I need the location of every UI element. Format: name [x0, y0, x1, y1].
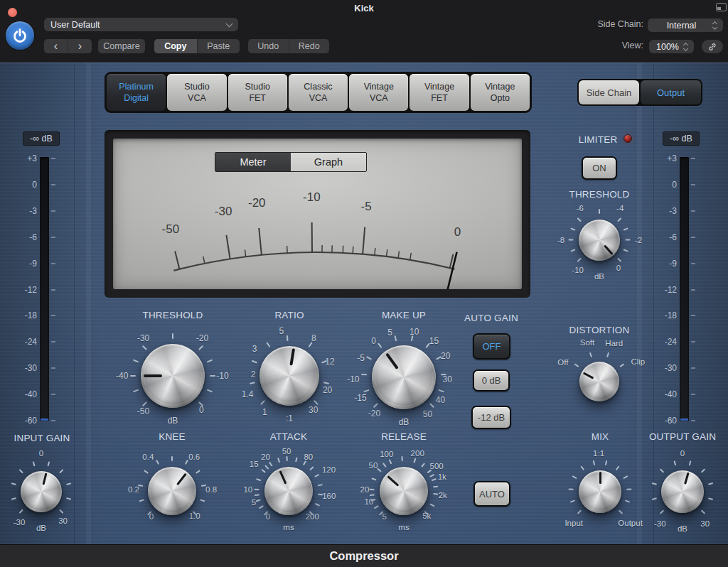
auto-gain-minus12db-button[interactable]: -12 dB	[471, 406, 511, 429]
distortion-title: DISTORTION	[569, 325, 630, 335]
meter-scale-label: 0	[672, 180, 677, 190]
knob-scale-label: 10	[243, 485, 252, 494]
window-close-button[interactable]	[8, 8, 17, 17]
compare-button[interactable]: Compare	[98, 39, 145, 53]
meter-scale-label: 0	[32, 180, 37, 190]
meter-scale-label: -40	[665, 389, 677, 399]
knob-pointer	[599, 472, 601, 484]
vu-minor-tick	[287, 246, 288, 253]
auto-gain-0db-button[interactable]: 0 dB	[473, 369, 510, 392]
tab-meter[interactable]: Meter	[215, 153, 291, 171]
output-level-meter: +30-3-6-9-12-18-24-30-40-60	[650, 153, 700, 425]
meter-scale-label: -24	[665, 337, 677, 347]
vu-minor-tick	[410, 253, 412, 260]
preset-nav: ‹ ›	[44, 39, 92, 53]
side-chain-select[interactable]: Internal	[648, 18, 723, 32]
knob-tick	[171, 456, 173, 461]
knob-scale-label: 50	[369, 461, 378, 470]
meter-scale-label: -30	[25, 363, 37, 373]
link-button[interactable]	[702, 40, 723, 53]
knob-face	[661, 470, 704, 513]
knob-tick	[569, 488, 574, 490]
knob-scale-label: 10	[364, 497, 373, 506]
tab-graph[interactable]: Graph	[291, 153, 366, 171]
auto-gain-off-button[interactable]: OFF	[473, 333, 510, 360]
preset-forward-button[interactable]: ›	[68, 39, 92, 53]
knob-scale-label: 5	[387, 328, 392, 338]
paste-button[interactable]: Paste	[197, 39, 240, 53]
vu-scale-label: 0	[454, 225, 461, 239]
knob-unit-label: :1	[286, 414, 293, 423]
knob-scale-label: -10	[572, 266, 584, 274]
ratio-title: RATIO	[274, 310, 304, 320]
meter-scale-tick	[51, 210, 55, 212]
knob-scale-label: 0	[149, 512, 154, 521]
meter-scale-label: -18	[25, 310, 37, 320]
meter-scale-label: -6	[669, 232, 677, 242]
knob-scale-label: 20	[441, 351, 450, 361]
redo-button[interactable]: Redo	[289, 39, 330, 53]
model-button-studio-fet[interactable]: StudioFET	[228, 74, 287, 111]
limiter-title: LIMITER	[579, 134, 618, 145]
auto-release-button[interactable]: AUTO	[473, 481, 510, 507]
meter-scale-tick	[51, 289, 55, 291]
limiter-on-button[interactable]: ON	[582, 156, 617, 180]
model-button-vintage-fet[interactable]: VintageFET	[410, 74, 469, 111]
vu-major-tick	[175, 252, 179, 269]
knob-scale-label: 5	[382, 512, 387, 521]
knob-scale-label: -15	[354, 393, 366, 403]
panel-seam	[74, 63, 75, 544]
knob-scale-label: 0.4	[142, 453, 154, 461]
model-button-platinum-digital[interactable]: PlatinumDigital	[107, 74, 166, 111]
meter-scale-tick	[51, 420, 55, 421]
meter-scale-tick	[691, 158, 695, 159]
meter-scale-tick	[51, 315, 55, 316]
tab-side-chain[interactable]: Side Chain	[579, 80, 639, 104]
side-chain-value: Internal	[654, 21, 709, 31]
knob-scale-label: -40	[116, 371, 128, 381]
view-zoom-select[interactable]: 100%	[649, 40, 694, 53]
preset-select[interactable]: User Default	[44, 18, 238, 31]
knob-scale-label: -2	[635, 236, 642, 244]
knob-scale-label: 30	[309, 405, 318, 415]
forward-arrow-icon: ›	[78, 40, 82, 52]
meter-scale-tick	[691, 237, 695, 238]
meter-scale-label: -60	[25, 416, 37, 426]
knob-unit-label: ms	[398, 523, 409, 531]
knob-scale-label: 3	[252, 344, 257, 354]
model-button-vintage-opto[interactable]: VintageOpto	[471, 74, 530, 111]
model-button-studio-vca[interactable]: StudioVCA	[167, 74, 226, 111]
preset-value: User Default	[50, 20, 227, 30]
knob-face	[380, 467, 428, 515]
tab-output[interactable]: Output	[641, 80, 701, 104]
model-button-vintage-vca[interactable]: VintageVCA	[349, 74, 408, 111]
knob-scale-label: -30	[14, 518, 26, 526]
meter-scale-tick	[691, 210, 695, 212]
knob-scale-label: -4	[616, 204, 623, 212]
display-mode-tabs: Meter Graph	[215, 152, 367, 172]
open-in-new-window-icon[interactable]	[716, 3, 727, 11]
power-button[interactable]	[6, 21, 34, 50]
back-arrow-icon: ‹	[54, 40, 58, 52]
knob-scale-label: 30	[700, 519, 710, 528]
knob-scale-label: Hard	[605, 339, 623, 347]
preset-back-button[interactable]: ‹	[44, 39, 68, 53]
knob-scale-label: -8	[557, 236, 564, 244]
meter-scale-tick	[691, 289, 695, 291]
copy-button[interactable]: Copy	[154, 39, 197, 53]
link-icon	[707, 42, 717, 52]
knob-scale-label: 1.4	[242, 389, 254, 399]
knob-scale-label: 0.2	[128, 485, 139, 494]
knob-scale-label: 0	[616, 264, 621, 272]
knob-scale-label: 0	[39, 449, 43, 458]
knob-face	[148, 467, 196, 515]
meter-scale-label: -9	[669, 259, 677, 269]
knob-unit-label: dB	[678, 524, 687, 533]
knob-unit-label: dB	[594, 272, 604, 281]
makeup-title: MAKE UP	[382, 310, 426, 320]
knob-scale-label: -6	[577, 204, 584, 212]
model-button-classic-vca[interactable]: ClassicVCA	[289, 74, 348, 111]
input-meter-strip	[40, 157, 49, 421]
knob-scale-label: 12	[325, 357, 334, 367]
undo-button[interactable]: Undo	[248, 39, 289, 53]
